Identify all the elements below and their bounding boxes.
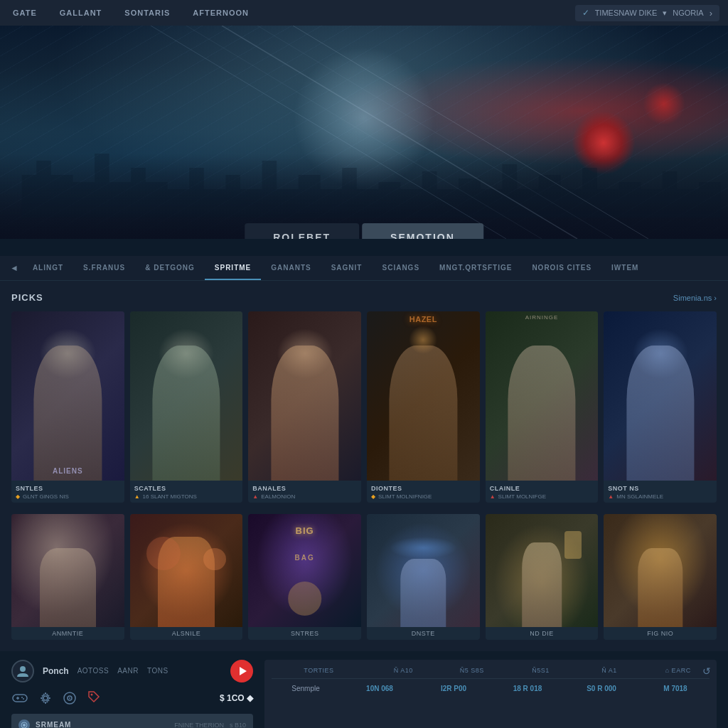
svg-point-10 <box>21 697 23 698</box>
user-avatar-icon <box>16 664 30 678</box>
nav-dropdown-arrow: ▾ <box>663 9 667 18</box>
movie-card-2[interactable]: SCATLES ▲ 16 SLANT MIGTONS <box>130 311 243 503</box>
movie-poster-art-1: ALIENS <box>11 311 124 481</box>
nav-afternoon[interactable]: AFTERNOON <box>188 6 253 20</box>
movie-meta-text-1: GLNT GINGS NIS <box>23 493 69 500</box>
stats-header-earc: ⌂ EARC <box>646 667 710 674</box>
main-content: Picks Simenia.ns › ALIENS SNTLES ◆ GLNT … <box>0 281 728 651</box>
play-triangle-icon <box>240 667 247 675</box>
movie-poster-art-2 <box>130 311 243 481</box>
movie-thumb-8 <box>130 514 243 627</box>
tab-iwtem[interactable]: IWTEM <box>601 257 648 280</box>
movie-card-3[interactable]: BANALES ▲ EALMONION <box>248 311 361 503</box>
gamepad-icon[interactable] <box>11 692 28 705</box>
stats-header-row: Torties ñ A10 ñ5 S8S ñ5S1 ñ A1 ⌂ EARC <box>272 667 710 679</box>
movie-rating-icon-1: ◆ <box>16 493 20 500</box>
nav-gate[interactable]: GATE <box>9 6 41 20</box>
price-tag-icon[interactable] <box>87 690 101 707</box>
nav-gallant[interactable]: GALLANT <box>55 6 107 20</box>
play-button[interactable] <box>230 660 253 682</box>
stats-cell-s0r: S0 R 000 <box>567 685 636 692</box>
user-tab-aotoss[interactable]: Aotoss <box>77 667 109 675</box>
movie-title-2: SCATLES <box>134 485 239 492</box>
movie-title-overlay-4: HAZEL <box>410 315 437 323</box>
stats-data-row-1: Senmple 10N 068 I2R P00 18 R 018 S0 R 00… <box>272 685 710 692</box>
svg-point-16 <box>91 693 93 695</box>
tab-mngt[interactable]: MNGT.QRTSFTIGE <box>429 257 522 280</box>
stats-cell-18r: 18 R 018 <box>493 685 562 692</box>
tab-spritme[interactable]: SPRITME <box>205 257 261 280</box>
refresh-icon[interactable]: ↺ <box>702 665 711 677</box>
stats-header-torties: Torties <box>272 667 366 674</box>
movie-info-3: BANALES ▲ EALMONION <box>248 481 361 503</box>
media-controls: $ 1CO ◆ <box>11 690 253 707</box>
movie-meta-text-5: SLIMT MOLNIFGE <box>498 493 546 500</box>
movie-label-12: FIG NIO <box>604 627 717 640</box>
movie-card-11[interactable]: ND DIE <box>486 514 599 640</box>
stats-cell-m7018: M 7018 <box>641 685 710 692</box>
movie-card-10[interactable]: DNSTE <box>367 514 480 640</box>
movie-thumb-9: BIG BAG <box>248 514 361 627</box>
settings-icon[interactable] <box>38 691 53 705</box>
tab-detgong[interactable]: & DETGONG <box>135 257 205 280</box>
simenia-link[interactable]: Simenia.ns › <box>673 294 717 302</box>
user-tab-tons[interactable]: Tons <box>147 667 168 675</box>
movie-card-9[interactable]: BIG BAG SNTRES <box>248 514 361 640</box>
hero-rolebet-button[interactable]: ROLEBET <box>245 223 359 239</box>
svg-point-15 <box>69 697 70 699</box>
nav-timesnaw: TIMESNAW DIKE <box>595 9 658 17</box>
movie-label-10: DNSTE <box>367 627 480 640</box>
movie-rating-icon-2: ▲ <box>134 493 140 500</box>
movie-meta-text-6: MN SGLAINMELE <box>616 493 663 500</box>
movie-thumb-2 <box>130 311 243 481</box>
movie-card-1[interactable]: ALIENS SNTLES ◆ GLNT GINGS NIS <box>11 311 124 503</box>
nav-forward-arrow: › <box>710 8 712 18</box>
hero-buttons: ROLEBET SEMOTION <box>245 223 483 239</box>
movie-title-4: DIONTES <box>371 485 476 492</box>
music-icon[interactable] <box>63 691 77 705</box>
tab-ganants[interactable]: GANANTS <box>261 257 321 280</box>
movie-label-9: SNTRES <box>248 627 361 640</box>
poster-figure-6 <box>626 346 694 481</box>
tab-sciangs[interactable]: SCIANGS <box>372 257 429 280</box>
poster-figure-2 <box>152 346 220 481</box>
hero-semotion-button[interactable]: SEMOTION <box>362 223 483 239</box>
poster-figure-3 <box>271 346 338 481</box>
poster-fig-7 <box>40 548 96 627</box>
poster-text-9b: BAG <box>295 554 315 562</box>
hero-streaks-svg <box>0 26 728 239</box>
movie-label-7: ANMNTIE <box>11 627 124 640</box>
tab-sagnit[interactable]: SAGNIT <box>321 257 373 280</box>
tab-norois[interactable]: NOROIS CITES <box>522 257 601 280</box>
movie-title-1: SNTLES <box>16 485 120 492</box>
tab-alingt[interactable]: ALINGT <box>23 257 73 280</box>
nav-right-panel[interactable]: ✓ TIMESNAW DIKE ▾ NGORIA › <box>575 5 719 21</box>
movie-poster-art-3 <box>248 311 361 481</box>
movie-card-5[interactable]: AIRNINGE CLAINLE ▲ SLIMT MOLNIFGE <box>486 311 599 503</box>
top-navigation: GATE GALLANT SONTARIS AFTERNOON ✓ TIMESN… <box>0 0 728 26</box>
svg-line-3 <box>222 26 577 239</box>
poster-text-5: AIRNINGE <box>488 314 596 321</box>
svg-point-12 <box>43 696 48 700</box>
tab-sfranus[interactable]: S.FRANUS <box>73 257 135 280</box>
poster-eye-10 <box>390 537 457 560</box>
movie-rating-icon-6: ▲ <box>608 493 614 500</box>
movie-card-7[interactable]: ANMNTIE <box>11 514 124 640</box>
movie-meta-1: ◆ GLNT GINGS NIS <box>16 493 120 500</box>
poster-fig-9 <box>288 582 322 616</box>
movie-card-6[interactable]: SNOT NS ▲ MN SGLAINMELE <box>604 311 717 503</box>
movie-meta-6: ▲ MN SGLAINMELE <box>608 493 712 500</box>
list-item-check-icon-1 <box>21 722 28 728</box>
movie-card-8[interactable]: ALSNILE <box>130 514 243 640</box>
user-tab-aanr[interactable]: Aanr <box>117 667 139 675</box>
nav-sontaris[interactable]: SONTARIS <box>120 6 174 20</box>
movie-card-4[interactable]: HAZEL DIONTES ◆ SLIMT MOLNIFNIGE <box>367 311 480 503</box>
tabs-back-arrow[interactable]: ◄ <box>6 256 23 280</box>
movie-rating-icon-3: ▲ <box>252 493 258 500</box>
movie-rating-icon-4: ◆ <box>371 493 375 500</box>
poster-inner-7 <box>11 514 124 627</box>
poster-inner-12 <box>604 514 717 627</box>
list-item-srmeam[interactable]: SRMEAM FNINE THERION s B10 <box>11 714 253 728</box>
movie-thumb-3 <box>248 311 361 481</box>
movie-card-12[interactable]: FIG NIO <box>604 514 717 640</box>
